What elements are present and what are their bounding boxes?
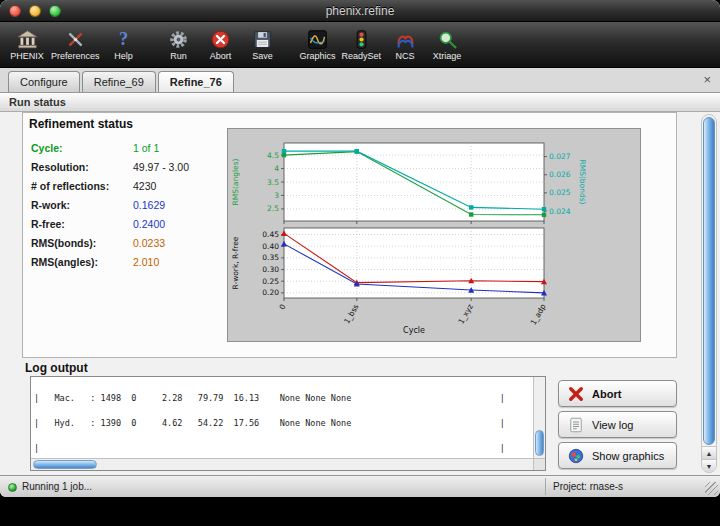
show-graphics-button[interactable]: Show graphics <box>558 442 677 469</box>
toolbar-graphics-label: Graphics <box>300 51 336 61</box>
tab-refine-76-label: Refine_76 <box>170 76 222 88</box>
svg-text:0.024: 0.024 <box>549 207 571 216</box>
view-log-document-icon <box>567 416 585 434</box>
tab-refine-69[interactable]: Refine_69 <box>82 71 156 92</box>
svg-text:1_adp: 1_adp <box>529 302 548 326</box>
stat-row-rms-angles: RMS(angles): 2.010 <box>23 253 228 272</box>
abort-button-label: Abort <box>592 388 621 400</box>
run-status-header[interactable]: Run status <box>0 93 720 112</box>
main-scrollbar[interactable]: ▲ ▼ <box>701 114 717 473</box>
stat-rms-bonds-label: RMS(bonds): <box>31 237 96 249</box>
project-label: Project: rnase-s <box>553 481 623 492</box>
save-floppy-icon <box>252 29 273 50</box>
svg-text:0.45: 0.45 <box>262 230 279 239</box>
svg-text:4.5: 4.5 <box>267 151 279 160</box>
stat-resolution-label: Resolution: <box>31 161 89 173</box>
stat-row-rms-bonds: RMS(bonds): 0.0233 <box>23 234 228 253</box>
svg-text:0.30: 0.30 <box>262 265 279 274</box>
main-scrollbar-thumb[interactable] <box>703 117 715 445</box>
toolbar-help-button[interactable]: ? Help <box>103 23 145 66</box>
help-question-icon: ? <box>113 29 134 50</box>
svg-text:RMS(bonds): RMS(bonds) <box>578 159 587 204</box>
refinement-progress-chart: 2.533.544.50.0240.0250.0260.027RMS(angle… <box>227 128 641 342</box>
log-output-heading: Log output <box>25 361 88 375</box>
svg-text:RMS(angles): RMS(angles) <box>231 158 240 205</box>
toolbar-preferences-button[interactable]: Preferences <box>48 23 103 66</box>
graphics-plot-icon <box>307 29 328 50</box>
stat-rms-angles-value: 2.010 <box>133 256 159 268</box>
log-vertical-scrollbar[interactable] <box>533 377 545 458</box>
status-message: Running 1 job... <box>22 481 92 492</box>
stat-row-rwork: R-work: 0.1629 <box>23 196 228 215</box>
stat-reflections-value: 4230 <box>133 180 156 192</box>
app-window: phenix.refine PHENIX Preferences ? Help … <box>0 0 720 497</box>
toolbar-ncs-button[interactable]: NCS <box>384 23 426 66</box>
svg-text:0.025: 0.025 <box>549 188 571 197</box>
toolbar-ncs-label: NCS <box>396 51 415 61</box>
stat-row-rfree: R-free: 0.2400 <box>23 215 228 234</box>
log-vertical-scrollbar-thumb[interactable] <box>535 430 544 456</box>
titlebar[interactable]: phenix.refine <box>0 0 720 22</box>
resize-grip[interactable] <box>705 482 718 495</box>
toolbar-graphics-button[interactable]: Graphics <box>297 23 339 66</box>
stat-rwork-label: R-work: <box>31 199 70 211</box>
toolbar-readyset-label: ReadySet <box>342 51 382 61</box>
status-bar-divider <box>545 478 546 495</box>
svg-text:0.40: 0.40 <box>262 242 279 251</box>
log-horizontal-scrollbar[interactable] <box>31 458 533 470</box>
svg-text:0.027: 0.027 <box>549 152 571 161</box>
stat-row-cycle: Cycle: 1 of 1 <box>23 139 228 158</box>
toolbar-readyset-button[interactable]: ReadySet <box>339 23 385 66</box>
svg-text:3: 3 <box>274 191 279 200</box>
show-graphics-button-label: Show graphics <box>592 450 664 462</box>
svg-text:R-work, R-free: R-work, R-free <box>231 236 240 289</box>
scroll-down-button[interactable]: ▼ <box>702 459 716 472</box>
svg-text:Cycle: Cycle <box>403 326 425 335</box>
stat-rfree-value: 0.2400 <box>133 218 165 230</box>
svg-text:4: 4 <box>274 164 279 173</box>
window-title: phenix.refine <box>0 4 720 18</box>
log-line: | Mac. : 1498 0 2.28 79.79 16.13 None No… <box>34 394 532 402</box>
log-scrollbar-corner <box>533 458 545 470</box>
abort-x-icon <box>567 385 585 403</box>
close-tab-button[interactable]: × <box>703 73 711 86</box>
ncs-ribbons-icon <box>395 29 416 50</box>
tab-configure-label: Configure <box>20 76 68 88</box>
stat-resolution-value: 49.97 - 3.00 <box>133 161 189 173</box>
toolbar-run-button[interactable]: Run <box>158 23 200 66</box>
toolbar-help-label: Help <box>114 51 133 61</box>
toolbar-save-label: Save <box>252 51 273 61</box>
tab-refine-69-label: Refine_69 <box>94 76 144 88</box>
view-log-button-label: View log <box>592 419 633 431</box>
preferences-tools-icon <box>65 29 86 50</box>
toolbar-xtriage-button[interactable]: Xtriage <box>426 23 468 66</box>
refinement-stats: Cycle: 1 of 1 Resolution: 49.97 - 3.00 #… <box>23 139 228 272</box>
svg-text:0.026: 0.026 <box>549 170 571 179</box>
toolbar-abort-button[interactable]: Abort <box>200 23 242 66</box>
toolbar-phenix-button[interactable]: PHENIX <box>6 23 48 66</box>
tab-configure[interactable]: Configure <box>8 71 80 92</box>
svg-text:2.5: 2.5 <box>267 204 279 213</box>
chart-canvas: 2.533.544.50.0240.0250.0260.027RMS(angle… <box>228 129 640 341</box>
abort-button[interactable]: Abort <box>558 380 677 407</box>
status-bar: Running 1 job... Project: rnase-s <box>0 475 720 497</box>
tab-refine-76[interactable]: Refine_76 <box>158 71 234 92</box>
refinement-status-heading: Refinement status <box>29 117 133 131</box>
log-output-box[interactable]: | Mac. : 1498 0 2.28 79.79 16.13 None No… <box>30 376 546 471</box>
svg-text:3.5: 3.5 <box>267 178 279 187</box>
running-indicator-icon <box>8 483 17 492</box>
stat-rfree-label: R-free: <box>31 218 65 230</box>
stat-cycle-label: Cycle: <box>31 142 63 154</box>
toolbar-save-button[interactable]: Save <box>242 23 284 66</box>
log-horizontal-scrollbar-thumb[interactable] <box>33 460 97 469</box>
stat-cycle-value: 1 of 1 <box>133 142 159 154</box>
stat-rms-bonds-value: 0.0233 <box>133 237 165 249</box>
toolbar: PHENIX Preferences ? Help Run Abort Save… <box>0 22 720 68</box>
phenix-temple-icon <box>17 29 38 50</box>
scroll-up-button[interactable]: ▲ <box>702 446 716 459</box>
view-log-button[interactable]: View log <box>558 411 677 438</box>
show-graphics-sphere-icon <box>567 447 585 465</box>
svg-text:1_bss: 1_bss <box>342 302 360 325</box>
stat-rwork-value: 0.1629 <box>133 199 165 211</box>
toolbar-phenix-label: PHENIX <box>10 51 44 61</box>
